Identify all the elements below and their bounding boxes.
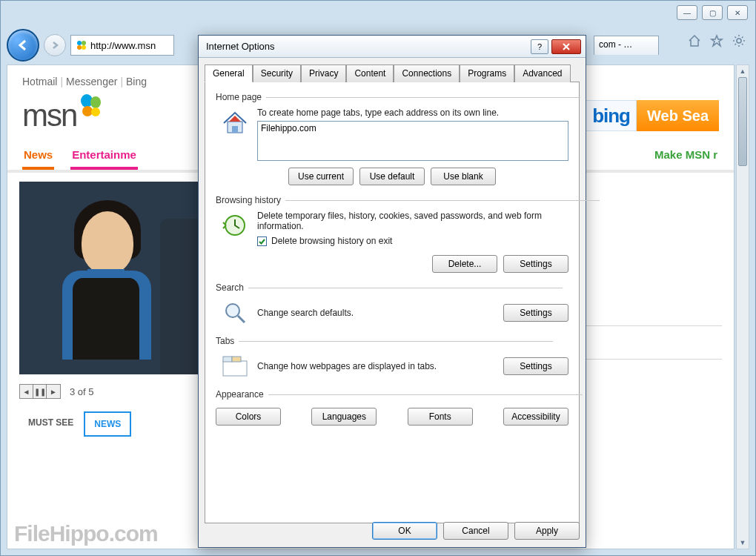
tab-news[interactable]: News: [22, 141, 54, 170]
delete-on-exit-checkbox[interactable]: [257, 236, 267, 246]
group-browsing-history: Browsing history Delete temporary files,…: [216, 193, 568, 274]
search-hint: Change search defaults.: [257, 308, 354, 318]
accessibility-button[interactable]: Accessibility: [503, 408, 568, 426]
tab-general[interactable]: General: [205, 64, 253, 82]
dialog-help-button[interactable]: ?: [531, 39, 548, 54]
tabs-hint: Change how webpages are displayed in tab…: [257, 361, 437, 371]
arrow-right-icon: [50, 40, 60, 50]
group-label: Search: [216, 282, 244, 293]
msn-logo-text: msn: [22, 98, 76, 133]
scroll-thumb[interactable]: [738, 77, 747, 166]
scroll-down-icon[interactable]: ▼: [737, 537, 749, 549]
minimize-icon: —: [683, 9, 691, 17]
search-settings-button[interactable]: Settings: [503, 304, 568, 322]
dialog-tabs: General Security Privacy Content Connect…: [199, 58, 586, 82]
group-label: Tabs: [216, 336, 234, 346]
apply-button[interactable]: Apply: [514, 522, 580, 540]
delete-history-button[interactable]: Delete...: [432, 255, 497, 273]
tabs-settings-button[interactable]: Settings: [503, 357, 568, 375]
tabs-icon: [220, 351, 250, 381]
history-icon: [220, 211, 250, 240]
close-window-button[interactable]: ✕: [727, 5, 748, 20]
group-appearance: Appearance Colors Languages Fonts Access…: [216, 387, 568, 427]
tab-connections[interactable]: Connections: [394, 64, 460, 82]
svg-rect-13: [223, 361, 247, 376]
tab-content[interactable]: Content: [346, 64, 394, 82]
subnav-must-see[interactable]: MUST SEE: [19, 411, 82, 437]
check-icon: [258, 237, 266, 245]
svg-point-7: [82, 106, 93, 116]
bing-logo: bing: [586, 100, 637, 131]
maximize-button[interactable]: ▢: [702, 5, 723, 20]
group-tabs: Tabs Change how webpages are displayed i…: [216, 334, 568, 381]
use-current-button[interactable]: Use current: [288, 168, 354, 185]
dialog-body: Home page To create home page tabs, type…: [205, 82, 580, 523]
link-bing[interactable]: Bing: [126, 76, 147, 87]
languages-button[interactable]: Languages: [311, 408, 377, 426]
address-bar[interactable]: http://www.msn: [70, 35, 174, 56]
tools-icon[interactable]: [732, 33, 746, 48]
homepage-icon: [220, 107, 250, 137]
svg-rect-10: [232, 126, 238, 133]
cancel-button[interactable]: Cancel: [443, 522, 508, 540]
carousel-counter: 3 of 5: [70, 386, 94, 397]
tab-advanced[interactable]: Advanced: [514, 64, 570, 82]
svg-point-0: [77, 41, 82, 45]
msn-favicon-icon: [76, 39, 87, 51]
carousel-image[interactable]: [19, 182, 205, 374]
url-text: http://www.msn: [90, 40, 156, 51]
dialog-close-button[interactable]: [551, 39, 581, 54]
tab-title: com - …: [599, 39, 632, 50]
checkbox-label: Delete browsing history on exit: [271, 236, 392, 246]
maximize-icon: ▢: [709, 9, 716, 17]
fonts-button[interactable]: Fonts: [408, 408, 473, 426]
minimize-button[interactable]: —: [677, 5, 697, 20]
dialog-titlebar[interactable]: Internet Options ?: [199, 36, 586, 58]
tab-security[interactable]: Security: [253, 64, 301, 82]
carousel-prev-button[interactable]: ◄: [20, 385, 33, 398]
group-search: Search Change search defaults. Settings: [216, 280, 568, 328]
group-label: Appearance: [216, 389, 264, 400]
vertical-scrollbar[interactable]: ▲ ▼: [736, 64, 749, 549]
homepage-address-input[interactable]: [257, 121, 568, 161]
tab-entertainment[interactable]: Entertainme: [70, 141, 138, 170]
group-label: Browsing history: [216, 195, 281, 205]
svg-point-12: [226, 304, 239, 317]
home-icon[interactable]: [687, 33, 702, 48]
close-icon: ✕: [735, 9, 740, 17]
link-messenger[interactable]: Messenger: [66, 76, 117, 87]
carousel-pause-button[interactable]: ❚❚: [33, 385, 47, 398]
subnav-news[interactable]: NEWS: [84, 411, 131, 437]
svg-rect-14: [223, 357, 232, 362]
svg-point-1: [82, 41, 86, 45]
homepage-hint: To create home page tabs, type each addr…: [257, 107, 568, 118]
use-default-button[interactable]: Use default: [359, 168, 425, 185]
tab-programs[interactable]: Programs: [460, 64, 514, 82]
favorites-icon[interactable]: [709, 33, 724, 48]
back-button[interactable]: [7, 29, 39, 62]
svg-point-2: [77, 45, 82, 50]
history-hint: Delete temporary files, history, cookies…: [257, 211, 568, 231]
carousel-next-button[interactable]: ►: [47, 385, 60, 398]
history-settings-button[interactable]: Settings: [503, 255, 568, 273]
search-widget: bing Web Sea: [586, 100, 719, 131]
colors-button[interactable]: Colors: [216, 408, 281, 426]
group-homepage: Home page To create home page tabs, type…: [216, 90, 568, 187]
use-blank-button[interactable]: Use blank: [431, 168, 496, 185]
tab-make-msn[interactable]: Make MSN r: [653, 141, 719, 170]
browser-tab[interactable]: com - …: [594, 36, 659, 55]
tab-strip: com - …: [594, 35, 659, 56]
scroll-up-icon[interactable]: ▲: [737, 65, 749, 77]
window-controls: — ▢ ✕: [677, 5, 748, 20]
link-hotmail[interactable]: Hotmail: [22, 76, 57, 87]
group-label: Home page: [216, 92, 262, 102]
forward-button[interactable]: [44, 34, 66, 56]
tab-privacy[interactable]: Privacy: [301, 64, 346, 82]
dialog-title: Internet Options: [206, 41, 531, 52]
svg-point-3: [82, 45, 86, 50]
command-bar: [687, 33, 746, 48]
ok-button[interactable]: OK: [372, 522, 437, 540]
close-icon: [562, 42, 571, 51]
web-search-button[interactable]: Web Sea: [637, 100, 719, 131]
browser-window: — ▢ ✕ http://www.msn com - … Hotmail| Me…: [0, 0, 756, 556]
